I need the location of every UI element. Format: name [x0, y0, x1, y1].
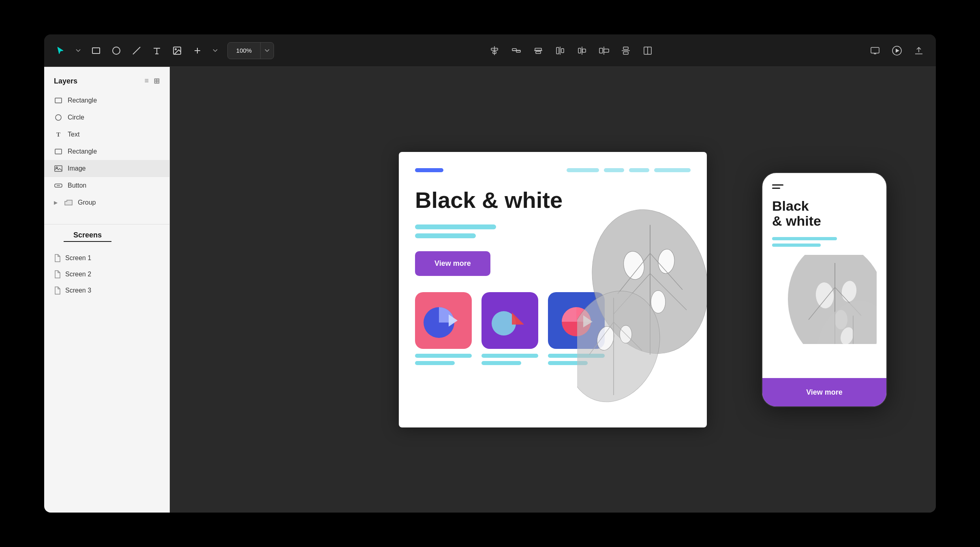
screen-icon	[54, 270, 60, 278]
screen-item-3[interactable]: Screen 3	[44, 282, 169, 299]
circle-tool[interactable]	[110, 44, 123, 57]
mobile-preview: Black & white	[762, 172, 887, 407]
layers-actions: ≡ ⊞	[144, 77, 160, 85]
card-line-1	[415, 354, 472, 358]
svg-point-1	[113, 47, 120, 54]
mobile-text-line-2	[772, 244, 821, 247]
align-tool-7[interactable]	[618, 43, 633, 58]
screens-title: Screens	[64, 231, 111, 242]
play-button[interactable]	[890, 43, 904, 58]
svg-marker-34	[896, 49, 899, 53]
nav-item	[629, 168, 649, 172]
screen-item-2[interactable]: Screen 2	[44, 266, 169, 282]
svg-rect-0	[92, 48, 100, 53]
cursor-tool[interactable]	[54, 44, 67, 57]
screen-label: Screen 1	[65, 254, 91, 262]
mobile-heading: Black & white	[772, 199, 877, 229]
mobile-plant	[772, 255, 877, 344]
grid-view-icon[interactable]: ⊞	[154, 77, 160, 85]
text-layer-icon: T	[54, 130, 63, 139]
mobile-plant-svg	[772, 255, 877, 344]
svg-rect-30	[871, 47, 879, 53]
nav-item	[654, 168, 691, 172]
toolbar-center	[282, 43, 860, 58]
layer-item-image[interactable]: Image	[44, 160, 169, 177]
list-view-icon[interactable]: ≡	[144, 77, 149, 85]
zoom-dropdown[interactable]	[260, 43, 274, 59]
layer-item-button[interactable]: Button	[44, 177, 169, 194]
align-tool-5[interactable]	[575, 43, 589, 58]
rect-icon-2	[54, 147, 63, 156]
svg-rect-13	[535, 48, 541, 50]
pie-chart-1	[421, 298, 466, 343]
align-tool-4[interactable]	[553, 43, 567, 58]
align-tool-3[interactable]	[531, 43, 546, 58]
canvas-heading: Black & white	[415, 187, 691, 213]
rectangle-tool[interactable]	[90, 44, 103, 57]
tool-dropdown[interactable]	[74, 47, 82, 54]
sidebar: Layers ≡ ⊞ Rectangle Circle	[44, 67, 170, 513]
canvas-area: Black & white View more	[170, 67, 936, 513]
canvas-view-more-button[interactable]: View more	[415, 251, 490, 276]
screen-icon	[54, 286, 60, 295]
canvas-text-lines	[415, 224, 691, 238]
upload-button[interactable]	[912, 43, 926, 58]
layer-item-group[interactable]: ▶ Group	[44, 194, 169, 211]
layer-item-circle[interactable]: Circle	[44, 109, 169, 126]
align-tool-8[interactable]	[640, 43, 655, 58]
canvas-nav-bar	[415, 168, 691, 172]
svg-rect-26	[623, 52, 628, 54]
screen-label: Screen 3	[65, 287, 91, 294]
layer-label: Text	[68, 131, 79, 138]
canvas-card-2	[481, 292, 538, 365]
align-tool-1[interactable]	[487, 43, 502, 58]
layer-label: Rectangle	[68, 148, 97, 155]
rect-icon	[54, 96, 63, 105]
pie-chart-3	[554, 298, 599, 343]
nav-item	[567, 168, 599, 172]
mobile-text-line-1	[772, 237, 837, 240]
mobile-footer-button-label: View more	[806, 388, 843, 397]
screen-item-1[interactable]: Screen 1	[44, 250, 169, 266]
card-image-2	[481, 292, 538, 349]
circle-layer-icon	[54, 113, 63, 122]
line-tool[interactable]	[130, 44, 143, 57]
layer-label: Button	[68, 182, 86, 189]
text-line-2	[415, 233, 476, 238]
svg-rect-37	[55, 98, 62, 103]
layer-label: Circle	[68, 114, 84, 121]
group-layer-icon	[64, 198, 73, 207]
align-tool-6[interactable]	[597, 43, 611, 58]
add-dropdown[interactable]	[211, 47, 219, 54]
image-tool[interactable]	[171, 44, 184, 57]
zoom-control[interactable]: 100%	[227, 42, 274, 59]
canvas-card-3	[548, 292, 605, 365]
canvas-cards	[415, 292, 691, 365]
svg-rect-20	[582, 49, 586, 52]
svg-rect-17	[561, 49, 564, 53]
layers-title: Layers	[54, 77, 77, 85]
toolbar-left	[54, 44, 219, 57]
mobile-text-lines	[772, 237, 877, 247]
hamburger-line-1	[772, 184, 783, 186]
add-tool[interactable]	[191, 44, 204, 57]
canvas-card-1	[415, 292, 472, 365]
layer-item-rectangle-2[interactable]: Rectangle	[44, 143, 169, 160]
mobile-footer[interactable]: View more	[762, 378, 886, 406]
layer-item-rectangle-1[interactable]: Rectangle	[44, 92, 169, 109]
card-image-3	[548, 292, 605, 349]
align-tool-2[interactable]	[509, 43, 524, 58]
main-area: Layers ≡ ⊞ Rectangle Circle	[44, 67, 936, 513]
screens-section: Screens Screen 1 Screen 2	[44, 224, 169, 299]
layer-item-text[interactable]: T Text	[44, 126, 169, 143]
button-layer-icon	[54, 181, 63, 190]
text-tool[interactable]	[150, 44, 163, 57]
card-line-2	[548, 361, 588, 365]
device-preview[interactable]	[868, 43, 882, 58]
card-line-1	[548, 354, 605, 358]
layer-label: Rectangle	[68, 97, 97, 104]
svg-line-2	[133, 47, 140, 54]
toolbar: 100%	[44, 34, 936, 67]
nav-item	[604, 168, 624, 172]
layer-label: Group	[78, 199, 96, 206]
